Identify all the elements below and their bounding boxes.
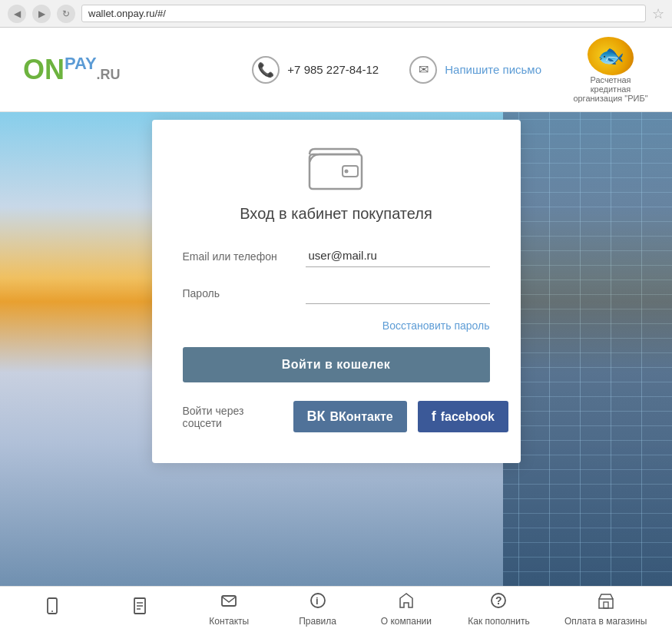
svg-point-4 bbox=[51, 610, 53, 612]
email-section[interactable]: ✉ Напишите письмо bbox=[409, 56, 541, 84]
email-link[interactable]: Напишите письмо bbox=[445, 63, 541, 76]
login-card: Вход в кабинет покупателя Email или теле… bbox=[152, 120, 521, 463]
logo-ru: .RU bbox=[97, 67, 121, 82]
footer-item-rules[interactable]: i Правила bbox=[291, 592, 345, 627]
refresh-button[interactable]: ↻ bbox=[57, 5, 75, 23]
svg-rect-9 bbox=[222, 596, 236, 606]
main-content: Вход в кабинет покупателя Email или теле… bbox=[0, 112, 672, 586]
fb-label: facebook bbox=[441, 410, 495, 424]
email-row: Email или телефон bbox=[183, 246, 490, 267]
logo-pay: PAY bbox=[65, 54, 97, 73]
wallet-icon bbox=[306, 143, 367, 193]
rib-logo: 🐟 Расчетная кредитная организация "РИБ" bbox=[572, 37, 649, 103]
password-label: Пароль bbox=[183, 287, 306, 304]
contacts-icon bbox=[220, 592, 237, 613]
vk-login-button[interactable]: ВК ВКонтакте bbox=[293, 401, 407, 432]
facebook-icon: f bbox=[432, 409, 436, 425]
forgot-password-link[interactable]: Восстановить пароль bbox=[183, 319, 490, 332]
svg-rect-14 bbox=[599, 599, 613, 608]
footer-rules-label: Правила bbox=[299, 616, 336, 627]
site-header: ONPAY.RU 📞 +7 985 227-84-12 ✉ Напишите п… bbox=[0, 28, 672, 112]
footer-item-about[interactable]: О компании bbox=[379, 592, 433, 627]
email-label: Email или телефон bbox=[183, 250, 306, 267]
footer-shops-label: Оплата в магазины bbox=[564, 616, 647, 627]
password-row: Пароль bbox=[183, 283, 490, 304]
social-label: Войти через соцсети bbox=[183, 405, 283, 429]
rules-icon: i bbox=[310, 592, 326, 613]
vk-label: ВКонтакте bbox=[330, 410, 393, 424]
docs-icon bbox=[132, 597, 149, 618]
bg-building bbox=[503, 112, 672, 586]
facebook-login-button[interactable]: f facebook bbox=[418, 401, 508, 432]
topup-icon: ? bbox=[490, 592, 507, 613]
wallet-icon-wrapper bbox=[183, 143, 490, 193]
footer-about-label: О компании bbox=[381, 616, 432, 627]
browser-bar: ◀ ▶ ↻ wallet.onpay.ru/#/ ☆ bbox=[0, 0, 672, 28]
back-button[interactable]: ◀ bbox=[8, 5, 26, 23]
footer-item-docs[interactable] bbox=[114, 597, 167, 621]
svg-rect-15 bbox=[604, 602, 608, 608]
logo-on: ON bbox=[23, 54, 65, 85]
phone-section: 📞 +7 985 227-84-12 bbox=[252, 56, 379, 84]
mobile-icon bbox=[44, 597, 61, 618]
rib-line1: Расчетная кредитная bbox=[572, 75, 649, 94]
site-footer: Контакты i Правила О компании ? Как попо… bbox=[0, 586, 672, 632]
fish-icon: 🐟 bbox=[588, 37, 634, 75]
footer-topup-label: Как пополнить bbox=[468, 616, 529, 627]
footer-item-mobile[interactable] bbox=[25, 597, 79, 621]
svg-text:i: i bbox=[316, 595, 319, 607]
logo: ONPAY.RU bbox=[23, 54, 121, 86]
phone-number: +7 985 227-84-12 bbox=[287, 63, 379, 76]
login-title: Вход в кабинет покупателя bbox=[183, 205, 490, 223]
bookmark-icon[interactable]: ☆ bbox=[652, 5, 664, 22]
email-input[interactable] bbox=[306, 246, 490, 267]
footer-contacts-label: Контакты bbox=[209, 616, 249, 627]
svg-rect-0 bbox=[310, 154, 362, 189]
about-icon bbox=[398, 592, 415, 613]
forward-button[interactable]: ▶ bbox=[32, 5, 51, 23]
phone-icon: 📞 bbox=[252, 56, 280, 84]
password-input[interactable] bbox=[306, 283, 490, 304]
svg-point-2 bbox=[344, 170, 348, 174]
footer-item-shops[interactable]: Оплата в магазины bbox=[564, 592, 647, 627]
rib-line2: организация "РИБ" bbox=[573, 94, 647, 103]
address-bar[interactable]: wallet.onpay.ru/#/ bbox=[81, 5, 646, 22]
footer-item-contacts[interactable]: Контакты bbox=[202, 592, 256, 627]
svg-text:?: ? bbox=[495, 594, 502, 607]
shops-icon bbox=[598, 592, 614, 613]
social-login-row: Войти через соцсети ВК ВКонтакте f faceb… bbox=[183, 401, 490, 432]
vk-icon: ВК bbox=[307, 409, 326, 425]
footer-item-topup[interactable]: ? Как пополнить bbox=[468, 592, 529, 627]
email-icon: ✉ bbox=[409, 56, 437, 84]
login-button[interactable]: Войти в кошелек bbox=[183, 347, 490, 382]
